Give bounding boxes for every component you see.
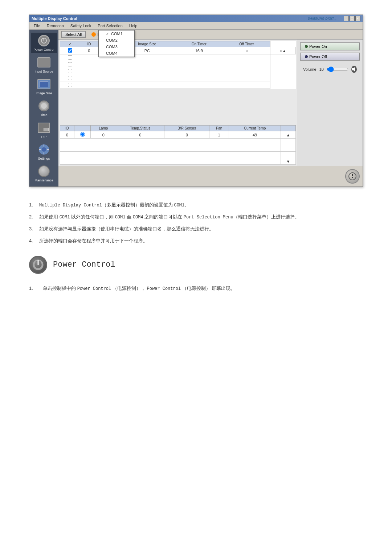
power-off-indicator [305,55,308,58]
power-on-label: Power On [309,44,327,49]
instructions-section: 1. Multiple Display Control（多显示器控制）最初的设置… [29,201,363,245]
power-button-area: Power On Power Off [300,42,360,61]
sidebar-time-label: Time [40,113,48,117]
power-control-section-icon [29,256,47,274]
lower-col-lamp: Lamp [91,126,116,131]
svg-rect-7 [47,149,49,150]
cell-check-2[interactable] [60,54,80,61]
bottom-round-button[interactable] [345,169,360,184]
volume-slider[interactable] [327,66,348,72]
menu-port-selection[interactable]: Port Selection [95,23,125,29]
mute-button[interactable] [351,66,357,73]
content-area: ✓ ID Image Size On Timer Off Timer [58,40,363,166]
menu-safety-lock[interactable]: Safety Lock [68,23,94,29]
sidebar-item-power-control[interactable]: Power Control [31,33,57,53]
instruction-text-1: Multiple Display Control（多显示器控制）最初的设置值为 … [39,201,189,209]
power-off-button[interactable]: Power Off [300,53,360,61]
power-on-button[interactable]: Power On [300,42,360,50]
lower-cell-empty-5 [60,158,281,165]
lower-cell-lamp: 0 [91,131,116,139]
table-area: ✓ ID Image Size On Timer Off Timer [58,40,297,166]
cell-check-5[interactable] [60,75,80,82]
instruction-2: 2. 如果使用 COM1 以外的任何端口，则 COM1 至 COM4 之间的端口… [29,213,363,221]
sidebar-pip-label: PIP [41,135,47,139]
svg-marker-8 [352,67,355,71]
cell-empty-5 [80,75,270,82]
instruction-number-1: 1. [29,201,36,209]
dropdown-com1[interactable]: COM1 [99,30,134,37]
col-header-id: ID [80,41,98,47]
image-size-icon [37,78,50,91]
menu-file[interactable]: File [31,23,43,29]
lower-scroll-4 [281,152,296,158]
sidebar-item-input-source[interactable]: Input Source [31,54,57,75]
cell-checkbox[interactable] [60,47,80,54]
sidebar-maintenance-label: Maintenance [34,178,53,182]
instruction-number-3: 3. [29,225,36,233]
dropdown-com2[interactable]: COM2 [99,37,134,44]
sidebar: Power Control Input Source Image Size [29,30,58,186]
dropdown-com3[interactable]: COM3 [99,44,134,50]
lower-col-fan: Fan [209,126,229,131]
lower-cell-id: 0 [60,131,74,139]
lower-cell-empty-2 [60,139,281,145]
lower-cell-empty-3 [60,145,281,152]
instruction-4: 4. 所选择的端口会存储在程序中并可用于下一个程序。 [29,237,363,245]
svg-rect-4 [44,144,44,147]
cell-aspect: 16:9 [175,47,223,54]
lower-table-row-3 [60,145,296,152]
lower-cell-radio[interactable] [74,131,91,139]
section-inst-num: 1. [29,285,40,292]
lower-col-scroll [281,126,296,131]
col-header-off-timer: Off Timer [223,41,270,47]
section-inst-text-1: 单击控制板中的 Power Control （电源控制）， Power Cont… [43,285,235,292]
instruction-3: 3. 如果没有选择与显示器连接（使用串行电缆）的准确端口名，那么通信将无法进行。 [29,225,363,233]
minimize-button[interactable]: _ [344,16,349,21]
cell-check-6[interactable] [60,82,80,89]
upper-table-container: ✓ ID Image Size On Timer Off Timer [58,40,297,124]
title-bar-buttons: _ □ × [344,16,360,21]
lower-scroll-3 [281,145,296,152]
select-all-button[interactable]: Select All [61,31,86,38]
instruction-number-4: 4. [29,237,36,245]
cell-check-4[interactable] [60,68,80,75]
col-header-on-timer: On Timer [175,41,223,47]
menu-help[interactable]: Help [126,23,140,29]
sidebar-item-settings[interactable]: Settings [31,141,57,162]
table-row-3 [60,61,296,68]
bottom-area [58,166,363,186]
instruction-number-2: 2. [29,213,36,221]
table-row-4 [60,68,296,75]
dropdown-com4[interactable]: COM4 [99,50,134,57]
section-instructions: 1. 单击控制板中的 Power Control （电源控制）， Power C… [29,285,363,292]
volume-label: Volume [303,67,317,71]
volume-control: Volume 10 [300,63,360,75]
section-instruction-1: 1. 单击控制板中的 Power Control （电源控制）， Power C… [29,285,363,292]
power-off-label: Power Off [309,54,327,59]
power-control-title: Power Control [53,260,115,269]
maximize-button[interactable]: □ [350,16,355,21]
power-control-icon [37,34,50,47]
close-button[interactable]: × [355,16,360,21]
table-row-2 [60,54,296,61]
power-on-indicator [305,45,308,48]
svg-point-3 [42,147,46,152]
power-control-section: Power Control [29,256,363,278]
sidebar-input-label: Input Source [34,70,53,73]
app-window: Multiple Display Control SAMSUNG DIGIT..… [29,15,363,187]
lower-cell-scroll[interactable]: ▲ [281,131,296,139]
instruction-text-3: 如果没有选择与显示器连接（使用串行电缆）的准确端口名，那么通信将无法进行。 [39,225,214,233]
sidebar-item-time[interactable]: Time [31,98,57,118]
port-dropdown: COM1 COM2 COM3 COM4 [98,30,135,57]
busy-dot [91,32,96,37]
main-data-table: ✓ ID Image Size On Timer Off Timer [60,41,296,89]
sidebar-item-pip[interactable]: PIP [31,120,57,140]
sidebar-item-image-size[interactable]: Image Size [31,76,57,97]
menu-remocon[interactable]: Remocon [44,23,67,29]
cell-check-3[interactable] [60,61,80,68]
lower-col-id: ID [60,126,74,131]
cell-empty-4 [80,68,270,75]
lower-table-row-5: ▼ [60,158,296,165]
instruction-text-4: 所选择的端口会存储在程序中并可用于下一个程序。 [39,237,148,245]
sidebar-item-maintenance[interactable]: Maintenance [31,163,57,184]
